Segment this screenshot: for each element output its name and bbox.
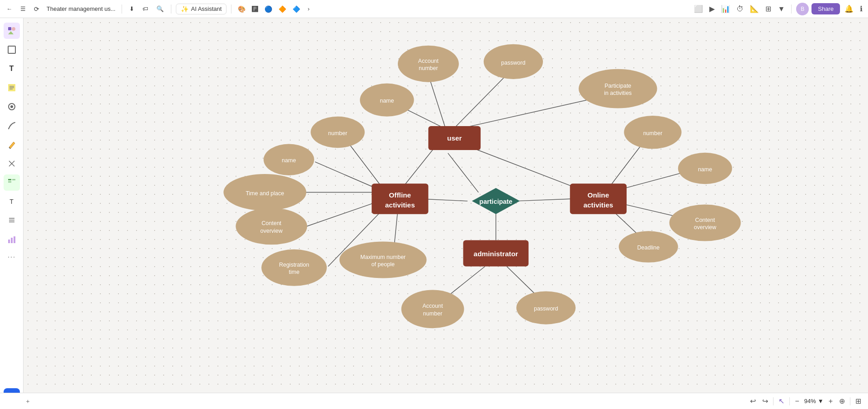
sidebar-item-note[interactable] [4, 80, 20, 96]
chevron-btn[interactable]: › [305, 4, 312, 14]
zoom-chevron-icon: ▼ [818, 398, 824, 404]
undo-button[interactable]: ↩ [749, 395, 757, 407]
bottom-separator3 [850, 397, 850, 405]
name-top-label: name [380, 98, 394, 104]
topbar: ← ☰ ⟳ Theater management us... ⬇ 🏷 🔍 ✨ A… [0, 0, 868, 18]
topbar-avatar[interactable]: B [796, 3, 809, 15]
registration-time-label1: Registration [279, 262, 309, 268]
topbar-icon-box[interactable]: ⬜ [692, 3, 705, 15]
account-number-top-label1: Account [418, 58, 439, 64]
sidebar-item-pencil[interactable] [4, 136, 20, 153]
name-left-label: name [282, 157, 296, 164]
account-number-bottom-label2: number [423, 310, 442, 317]
svg-point-9 [10, 105, 13, 108]
search-icon: 🔍 [156, 5, 164, 12]
info-button[interactable]: ℹ [858, 3, 864, 15]
user-label: user [447, 134, 462, 142]
cursor-button[interactable]: ↖ [777, 395, 786, 407]
topbar-icon-present[interactable]: 📊 [719, 3, 732, 15]
svg-line-33 [315, 162, 381, 190]
sidebar-item-library[interactable] [4, 99, 20, 115]
content-overview-left-label1: Content [261, 220, 281, 226]
participate-in-label1: Participate [604, 83, 631, 89]
svg-line-30 [515, 199, 572, 201]
download-button[interactable]: ⬇ [127, 4, 137, 14]
offline-label1: Offline [389, 191, 411, 199]
refresh-button[interactable]: ⟳ [31, 4, 42, 14]
separator3 [231, 5, 231, 14]
sidebar-dots: ··· [7, 252, 15, 262]
svg-line-35 [304, 201, 380, 227]
tag-icon: 🏷 [142, 5, 148, 12]
topbar-icon-chevron[interactable]: ▼ [776, 3, 787, 15]
zoom-value: 94% [804, 398, 816, 404]
separator [122, 5, 122, 14]
sidebar-item-shapes[interactable] [4, 23, 20, 39]
separator4 [791, 5, 792, 14]
redo-button[interactable]: ↪ [761, 395, 769, 407]
bottom-separator [773, 397, 774, 405]
ai-label: AI Assistant [191, 5, 222, 12]
sidebar-item-grid[interactable] [4, 174, 20, 191]
time-place-label: Time and place [245, 190, 284, 197]
svg-rect-15 [12, 179, 15, 180]
svg-line-22 [428, 75, 446, 129]
svg-rect-13 [8, 179, 11, 180]
er-diagram: user administrator Offline activities On… [24, 18, 868, 393]
layout-button[interactable]: ⊞ [854, 395, 863, 407]
zoom-out-button[interactable]: − [793, 396, 800, 407]
add-page-button[interactable]: ＋ [24, 396, 32, 407]
fit-button[interactable]: ⊕ [838, 395, 846, 407]
toolbar-icon-2[interactable]: 🅿 [250, 4, 260, 14]
svg-rect-0 [8, 27, 11, 30]
topbar-right: ⬜ ▶ 📊 ⏱ 📐 ⊞ ▼ B Share 🔔 ℹ [692, 3, 864, 15]
sidebar-item-chart[interactable] [4, 231, 20, 248]
notification-button[interactable]: 🔔 [843, 3, 855, 15]
share-button[interactable]: Share [811, 3, 840, 14]
svg-rect-3 [8, 46, 15, 53]
bottom-separator2 [789, 397, 790, 405]
zoom-in-button[interactable]: + [827, 396, 834, 407]
participate-in-label2: in activities [604, 90, 632, 96]
svg-line-27 [463, 145, 577, 188]
back-button[interactable]: ← [4, 4, 15, 14]
tag-button[interactable]: 🏷 [140, 4, 151, 14]
search-button[interactable]: 🔍 [154, 4, 166, 14]
topbar-icon-ruler[interactable]: 📐 [748, 3, 761, 15]
canvas[interactable]: user administrator Offline activities On… [24, 18, 868, 393]
toolbar-icon-3[interactable]: 🔵 [263, 4, 274, 14]
admin-label: administrator [474, 250, 518, 258]
back-icon: ← [6, 5, 12, 12]
password-top-label: password [501, 60, 526, 66]
add-page-icon: ＋ [25, 397, 31, 405]
refresh-icon: ⟳ [34, 5, 39, 13]
separator2 [171, 5, 171, 14]
bottombar: ＋ ↩ ↪ ↖ − 94% ▼ + ⊕ ⊞ [0, 393, 868, 409]
svg-marker-2 [8, 31, 14, 34]
sidebar-item-frame[interactable] [4, 42, 20, 58]
menu-button[interactable]: ☰ [18, 4, 28, 14]
account-number-top-label2: number [419, 65, 438, 71]
left-sidebar: T T ··· B [0, 18, 24, 409]
sidebar-item-scissors[interactable] [4, 155, 20, 172]
ai-assistant-button[interactable]: ✨ AI Assistant [176, 4, 226, 14]
sidebar-item-pen[interactable] [4, 118, 20, 134]
toolbar-icon-1[interactable]: 🎨 [236, 4, 247, 14]
participate-label: participate [479, 198, 512, 205]
topbar-icon-timer[interactable]: ⏱ [735, 3, 745, 15]
ai-icon: ✨ [181, 5, 189, 13]
online-label1: Online [587, 191, 609, 199]
sidebar-item-list[interactable] [4, 212, 20, 229]
sidebar-item-text2[interactable]: T [4, 193, 20, 210]
sidebar-item-text[interactable]: T [4, 61, 20, 77]
max-people-label1: Maximum number [360, 254, 406, 260]
number-left-label: number [328, 130, 347, 136]
toolbar-icon-4[interactable]: 🔶 [277, 4, 288, 14]
toolbar-icon-5[interactable]: 🔷 [291, 4, 302, 14]
name-right-label: name [698, 166, 712, 173]
registration-time-label2: time [289, 269, 300, 275]
topbar-icon-grid[interactable]: ⊞ [764, 3, 773, 15]
topbar-icon-play[interactable]: ▶ [708, 3, 717, 15]
svg-rect-20 [11, 238, 13, 243]
number-right-label: number [643, 130, 662, 136]
